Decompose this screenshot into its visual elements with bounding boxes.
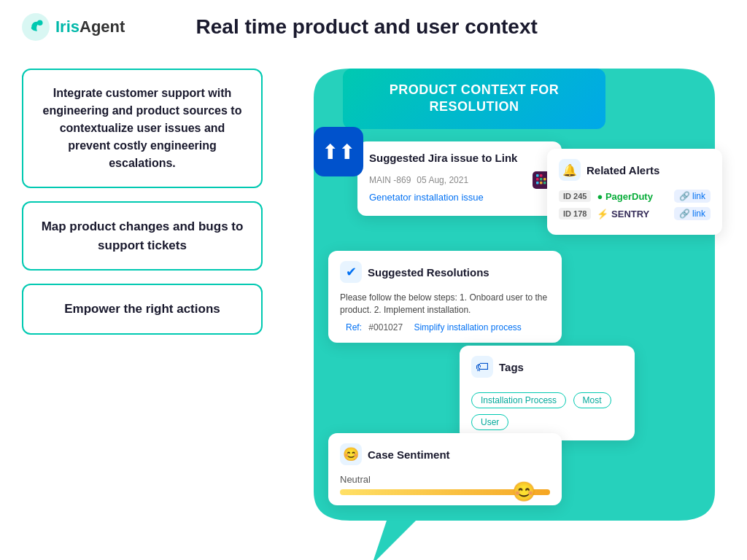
tag-icon-circle: 🏷 <box>471 356 493 378</box>
jira-id: MAIN -869 <box>369 175 411 185</box>
box-map: Map product changes and bugs to support … <box>22 201 263 271</box>
box-map-text: Map product changes and bugs to support … <box>41 217 244 254</box>
jira-card-title: Suggested Jira issue to Link <box>369 152 550 164</box>
jira-icon-box: ⬆⬆ <box>314 127 363 176</box>
box-empower-text: Empower the right actions <box>41 300 244 319</box>
context-header-text: PRODUCT CONTEXT FOR RESOLUTION <box>360 82 588 116</box>
tag-icon: 🏷 <box>476 359 489 375</box>
sentiment-slider-thumb: 😊 <box>512 481 535 503</box>
resolutions-text: Please follow the below steps: 1. Onboar… <box>340 292 550 316</box>
alert-row-0: ID 245 ● PagerDuty 🔗 link <box>559 190 711 203</box>
header: IrisAgent Real time product and user con… <box>0 0 747 54</box>
jira-meta-row: MAIN -869 05 Aug, 2021 <box>369 171 550 189</box>
tag-pill-0[interactable]: Installation Process <box>471 392 566 408</box>
svg-rect-7 <box>536 174 539 177</box>
jira-issue-row: Genetator installation issue <box>369 192 550 203</box>
svg-rect-4 <box>536 182 539 184</box>
alert-row-1: ID 178 ⚡ SENTRY 🔗 link <box>559 207 711 220</box>
context-header-card: PRODUCT CONTEXT FOR RESOLUTION <box>343 69 605 129</box>
svg-rect-9 <box>543 178 546 181</box>
ref-id: #001027 <box>368 322 403 332</box>
smile-icon: 😊 <box>343 446 359 462</box>
alert-id-1: ID 178 <box>559 208 591 219</box>
jira-card: Suggested Jira issue to Link MAIN -869 0… <box>357 141 562 216</box>
logo-icon <box>22 13 50 41</box>
logo-text: IrisAgent <box>55 18 125 36</box>
sentry-link-btn[interactable]: 🔗 link <box>674 207 711 220</box>
sentiment-card: 😊 Case Sentiment Neutral 😊 <box>328 433 562 505</box>
svg-rect-8 <box>540 174 543 177</box>
alerts-title: Related Alerts <box>587 164 659 176</box>
bell-icon: 🔔 <box>562 163 577 177</box>
resolutions-card: ✔ Suggested Resolutions Please follow th… <box>328 251 562 343</box>
sentiment-slider-track[interactable]: 😊 <box>340 489 550 495</box>
sentiment-title: Case Sentiment <box>368 448 450 461</box>
right-area: PRODUCT CONTEXT FOR RESOLUTION ⬆⬆ Sugges… <box>285 54 747 556</box>
logo-area: IrisAgent <box>22 13 125 41</box>
jira-issue-link[interactable]: Genetator installation issue <box>369 192 484 203</box>
alerts-card: 🔔 Related Alerts ID 245 ● PagerDuty 🔗 li… <box>547 149 722 235</box>
tags-title: Tags <box>499 361 524 373</box>
box-integrate: Integrate customer support with engineer… <box>22 69 263 188</box>
ref-label: Ref: <box>346 322 362 332</box>
sentry-logo: ⚡ SENTRY <box>597 209 649 219</box>
tag-pill-2[interactable]: User <box>471 414 508 430</box>
check-icon-circle: ✔ <box>340 261 362 283</box>
resolutions-ref: Ref: #001027 Simplify installation proce… <box>340 322 550 332</box>
main-content: Integrate customer support with engineer… <box>0 54 747 556</box>
tags-card: 🏷 Tags Installation Process Most User <box>460 346 635 440</box>
svg-rect-3 <box>536 178 539 181</box>
tags-header-row: 🏷 Tags <box>471 356 623 378</box>
bell-icon-circle: 🔔 <box>559 159 581 181</box>
resolutions-header-row: ✔ Suggested Resolutions <box>340 261 550 283</box>
left-panel: Integrate customer support with engineer… <box>0 54 285 556</box>
ref-link[interactable]: Simplify installation process <box>414 322 521 332</box>
svg-point-1 <box>37 20 43 26</box>
tag-pill-1[interactable]: Most <box>573 392 611 408</box>
svg-rect-5 <box>540 178 543 181</box>
pagerduty-logo: ● PagerDuty <box>597 191 652 202</box>
sentiment-header-row: 😊 Case Sentiment <box>340 443 550 465</box>
alerts-header-row: 🔔 Related Alerts <box>559 159 711 181</box>
svg-rect-10 <box>543 182 546 184</box>
tags-container: Installation Process Most User <box>471 386 623 430</box>
svg-rect-6 <box>540 182 543 184</box>
pagerduty-link-btn[interactable]: 🔗 link <box>674 190 711 203</box>
check-icon: ✔ <box>346 264 357 280</box>
jira-date: 05 Aug, 2021 <box>417 175 468 185</box>
smile-icon-circle: 😊 <box>340 443 362 465</box>
box-integrate-text: Integrate customer support with engineer… <box>41 85 244 172</box>
box-empower: Empower the right actions <box>22 284 263 335</box>
resolutions-title: Suggested Resolutions <box>368 266 489 279</box>
jira-arrow-icon: ⬆⬆ <box>322 140 355 164</box>
alert-id-0: ID 245 <box>559 190 591 202</box>
page-title: Real time product and user context <box>125 15 725 39</box>
